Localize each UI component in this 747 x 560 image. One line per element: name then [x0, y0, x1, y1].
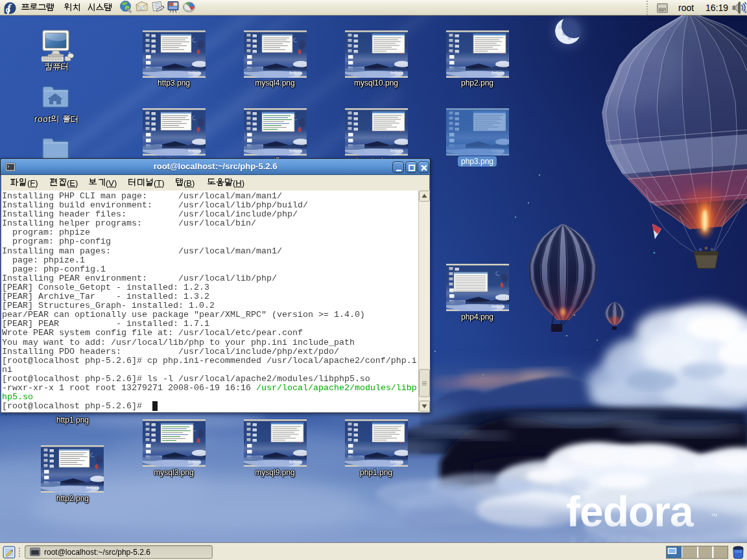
svg-text:root: root: [34, 115, 51, 124]
svg-text:™: ™: [711, 512, 718, 520]
